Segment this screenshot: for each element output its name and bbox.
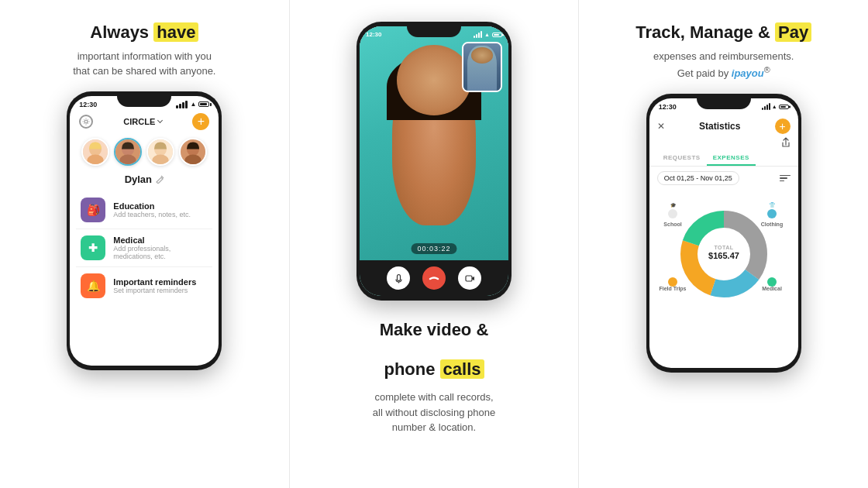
user-name-display: Dylan	[70, 169, 219, 188]
donut-total-label: TOTAL	[714, 245, 733, 250]
center-sub3: number & location.	[392, 421, 476, 433]
heading-plain: Always	[90, 22, 153, 42]
legend-fieldtrips: Field Trips	[659, 277, 686, 292]
circle-text: CIRCLE	[123, 117, 155, 126]
menu-item-education[interactable]: 🎒 Education Add teachers, notes, etc.	[76, 191, 212, 229]
sub-line2: that can be shared with anyone.	[73, 65, 215, 77]
menu-item-reminders[interactable]: 🔔 Important reminders Set important remi…	[76, 267, 212, 304]
avatar-4[interactable]	[179, 138, 207, 166]
filter-line-3	[780, 180, 784, 182]
svg-text:👕: 👕	[768, 201, 775, 208]
rem-sub: Set important reminders	[113, 287, 196, 294]
med-title: Medical	[113, 235, 208, 245]
wifi-icon: ▲	[190, 101, 196, 108]
date-range-button[interactable]: Oct 01,25 - Nov 01,25	[657, 171, 739, 185]
chart-area: TOTAL $165.47 🎓 School	[649, 190, 798, 314]
right-sup: ®	[764, 65, 770, 74]
end-call-button[interactable]	[422, 266, 446, 290]
right-wifi-icon: ▲	[772, 104, 777, 109]
right-heading: Track, Manage & Pay	[636, 22, 811, 44]
center-heading: Make video &	[380, 319, 489, 342]
medical-icon-wrap: ✚	[81, 235, 105, 260]
signal-icons-left: ▲	[176, 101, 209, 108]
rem-title: Important reminders	[113, 277, 196, 287]
phone-body-center: 12:30 ▲	[356, 22, 512, 301]
center-sub1: complete with call records,	[374, 391, 493, 403]
status-time-right: 12:30	[659, 103, 677, 111]
right-signal: ▲	[762, 103, 789, 110]
filter-line-1	[780, 175, 790, 177]
edu-sub: Add teachers, notes, etc.	[113, 211, 191, 218]
left-panel: Always have important information with y…	[0, 0, 290, 488]
reminder-icon-wrap: 🔔	[81, 273, 105, 298]
add-button-left[interactable]: +	[192, 113, 209, 130]
center-heading-highlight: calls	[440, 359, 484, 379]
mute-button[interactable]	[387, 266, 410, 290]
close-button[interactable]: ✕	[657, 121, 665, 132]
menu-item-medical[interactable]: ✚ Medical Add professionals, medications…	[76, 229, 212, 267]
heading-highlight: have	[153, 22, 198, 42]
filter-line-2	[780, 177, 787, 179]
right-battery	[779, 105, 789, 109]
right-phone-mockup: 12:30 ▲	[646, 94, 801, 373]
avatar-2[interactable]	[114, 138, 142, 166]
stat-header: ✕ Statistics +	[649, 112, 798, 137]
legend-school: 🎓 School	[663, 202, 681, 227]
donut-chart: TOTAL $165.47 🎓 School	[662, 194, 786, 310]
pip-video-area	[462, 42, 502, 92]
tab-requests[interactable]: REQUESTS	[657, 151, 707, 166]
legend-medical: Medical	[762, 277, 782, 291]
stat-title: Statistics	[699, 121, 740, 132]
center-battery	[492, 33, 502, 37]
settings-icon[interactable]	[79, 115, 93, 129]
center-signal: ▲	[474, 31, 502, 38]
status-time-center: 12:30	[366, 31, 381, 38]
right-panel: Track, Manage & Pay expenses and reimbur…	[579, 0, 868, 488]
center-sub2: all without disclosing phone	[373, 407, 495, 418]
left-phone-mockup: 12:30 ▲	[67, 91, 222, 370]
med-sub: Add professionals, medications, etc.	[113, 245, 208, 260]
svg-text:Clothing: Clothing	[760, 222, 782, 228]
svg-rect-21	[668, 209, 677, 218]
phone-notch-right	[697, 94, 751, 109]
center-sub: complete with call records, all without …	[373, 390, 495, 435]
video-toggle-button[interactable]	[458, 266, 481, 290]
call-controls	[360, 260, 508, 296]
call-timer: 00:03:22	[411, 243, 456, 254]
filter-icon[interactable]	[780, 175, 790, 182]
avatar-3[interactable]	[146, 138, 174, 166]
tab-expenses[interactable]: EXPENSES	[707, 151, 756, 166]
phone-screen-left: 12:30 ▲	[70, 96, 219, 366]
edu-title: Education	[113, 201, 191, 211]
svg-text:Medical: Medical	[762, 286, 782, 291]
legend-clothing: 👕 Clothing	[760, 201, 782, 228]
education-icon-wrap: 🎒	[81, 198, 105, 222]
right-heading-plain: Track, Manage &	[636, 22, 775, 42]
avatar-1[interactable]	[81, 138, 109, 166]
tabs-row: REQUESTS EXPENSES	[649, 151, 798, 167]
stat-add-button[interactable]: +	[775, 119, 790, 134]
share-icon[interactable]	[781, 137, 790, 148]
battery-icon-left	[198, 101, 209, 107]
left-sub: important information with you that can …	[73, 49, 215, 79]
video-main-area: 00:03:22	[360, 26, 508, 260]
phone-screen-right: 12:30 ▲	[649, 98, 798, 368]
menu-items-list: 🎒 Education Add teachers, notes, etc. ✚	[70, 188, 219, 308]
circle-label[interactable]: CIRCLE	[123, 117, 162, 126]
phone-body-left: 12:30 ▲	[67, 91, 222, 370]
svg-point-0	[84, 120, 88, 123]
avatars-row	[70, 135, 219, 169]
right-heading-highlight: Pay	[775, 22, 811, 42]
right-sub: expenses and reimbursements. Get paid by…	[653, 49, 794, 81]
pip-person	[463, 43, 501, 91]
status-time-left: 12:30	[79, 101, 97, 108]
phone-screen-center: 12:30 ▲	[360, 26, 508, 296]
donut-total-amount: $165.47	[708, 251, 739, 260]
date-range-row: Oct 01,25 - Nov 01,25	[649, 167, 798, 190]
right-brand: ipayou	[732, 67, 764, 79]
svg-rect-24	[767, 209, 777, 218]
sub-line1: important information with you	[78, 50, 212, 62]
right-sub2-plain: Get paid by	[677, 67, 732, 79]
svg-text:Field Trips: Field Trips	[659, 286, 686, 292]
center-phone-mockup: 12:30 ▲	[356, 22, 512, 301]
